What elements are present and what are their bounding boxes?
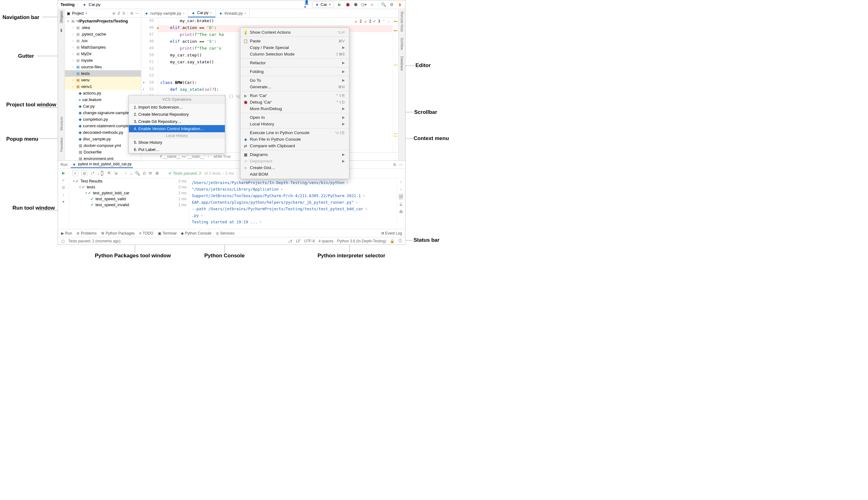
wrap-icon[interactable]: ⏎ xyxy=(399,194,403,200)
breadcrumb-segment[interactable]: while True xyxy=(214,155,231,159)
print-icon[interactable]: 🖶 xyxy=(399,209,403,214)
breadcrumb-item[interactable]: Testing xyxy=(60,2,75,7)
context-menu-item[interactable]: Refactor▶ xyxy=(240,59,349,66)
test-tree-row[interactable]: ▾✔Test Results2 ms xyxy=(69,178,189,184)
inspections-widget[interactable]: ▲2 ▲2 ✔3 ⌃ ⌄ xyxy=(354,19,390,23)
editor-tab[interactable]: Car.py× xyxy=(188,9,216,18)
encoding[interactable]: UTF-8 xyxy=(304,239,315,243)
close-icon[interactable]: × xyxy=(244,12,246,15)
gear-icon[interactable]: ⚙ xyxy=(155,171,159,175)
stop-button[interactable]: ⊘ xyxy=(62,185,65,190)
console-line[interactable]: EAP.app/Contents/plugins/python/helpers/… xyxy=(192,199,394,206)
expander-icon[interactable]: › xyxy=(71,65,75,69)
history-button[interactable]: ⟳ xyxy=(149,171,152,175)
favorites-tool-button[interactable]: Favorites xyxy=(59,136,63,153)
rail-marker[interactable] xyxy=(393,65,397,66)
context-menu-item[interactable]: 💡Show Context Actions⌥⏎ xyxy=(240,29,349,36)
down-icon[interactable]: ⌄ xyxy=(387,19,390,23)
popup-item[interactable]: 2. Create Mercurial Repository xyxy=(129,111,225,118)
python-interpreter-selector[interactable]: Python 3.6 (In-Depth-Testing) xyxy=(337,239,386,243)
context-menu-item[interactable]: Local History▶ xyxy=(240,121,349,127)
edit-icon[interactable]: ✎ xyxy=(201,212,203,219)
expander-icon[interactable]: › xyxy=(71,26,75,29)
toggle-button[interactable]: ✓ xyxy=(62,178,65,182)
rail-warning-marker[interactable] xyxy=(393,21,397,22)
context-menu-item[interactable]: Add BOM xyxy=(240,171,349,178)
gutter-line-number[interactable]: 52 xyxy=(141,66,158,73)
run-button[interactable]: ▶ xyxy=(337,2,342,8)
user-icon[interactable]: 👤▾ xyxy=(304,2,310,8)
console-line[interactable]: /Users/jetbrains/PycharmProjects/In-Dept… xyxy=(192,179,394,186)
expander-icon[interactable]: › xyxy=(71,72,75,75)
hide-icon[interactable]: — xyxy=(399,162,403,167)
tree-row[interactable]: ›▣.idea xyxy=(65,24,141,31)
test-tree-row[interactable]: ▾✔tests2 ms xyxy=(69,184,189,190)
test-tree-row[interactable]: ✔test_speed_valid1 ms xyxy=(69,196,189,202)
indent[interactable]: 4 spaces xyxy=(318,239,333,243)
console-line[interactable]: Support/JetBrains/Toolbox/apps/PyCharm-P… xyxy=(192,192,394,199)
expander-icon[interactable]: › xyxy=(71,32,75,36)
project-tool-button[interactable]: Project xyxy=(59,10,63,23)
expander-icon[interactable]: ▾ xyxy=(84,191,88,195)
scroll-icon[interactable]: ⇊ xyxy=(399,202,403,207)
gutter-line-number[interactable]: 47 xyxy=(141,32,158,39)
up-icon[interactable]: ↑ xyxy=(400,179,402,184)
breadcrumb-item[interactable]: Car.py xyxy=(89,2,100,7)
expand-button[interactable]: ⇱ xyxy=(107,171,111,175)
edit-icon[interactable]: ✎ xyxy=(356,199,358,206)
jetbrains-icon[interactable]: ◗ xyxy=(397,2,403,8)
coverage-button[interactable]: ⬢ xyxy=(353,2,359,8)
expand-icon[interactable]: ⇵ xyxy=(117,11,121,15)
context-menu-item[interactable]: ◆Run File in Python Console xyxy=(240,136,349,143)
expander-icon[interactable]: › xyxy=(71,59,75,62)
memory-icon[interactable]: ⓘ xyxy=(398,238,402,243)
editor-tab[interactable]: threads.py× xyxy=(216,9,250,18)
context-menu-item[interactable]: More Run/Debug▶ xyxy=(240,105,349,112)
gutter-line-number[interactable]: 53 xyxy=(141,73,158,80)
gutter-line-number[interactable]: 48 xyxy=(141,39,158,46)
right-stripe-button[interactable]: Remote Host xyxy=(400,11,404,32)
collapse-icon[interactable]: ⇅ xyxy=(122,11,125,15)
edit-icon[interactable]: ✎ xyxy=(260,219,262,225)
test-tree[interactable]: ▾✔Test Results2 ms▾✔tests2 ms▾✔test_pyte… xyxy=(69,178,189,229)
tree-row[interactable]: ›▣source-files xyxy=(65,64,141,70)
console-line[interactable]: "/Users/jetbrains/Library/Application✎ xyxy=(192,186,394,192)
tree-row[interactable]: ›▣venv1 xyxy=(65,83,141,90)
expander-icon[interactable]: ▾ xyxy=(72,179,76,183)
popup-item[interactable]: 4. Enable Version Control Integration… xyxy=(129,125,225,132)
prev-button[interactable]: ↑ xyxy=(125,171,127,175)
editor-scrollbar[interactable] xyxy=(392,18,398,152)
tree-row[interactable]: ›▣MyDir xyxy=(65,50,141,57)
lock-icon[interactable]: 🔒 xyxy=(390,239,395,243)
console-line[interactable]: Testing started at 19:19 ...✎ xyxy=(192,219,394,225)
bottom-tool-button[interactable]: ⚙Python Packages xyxy=(101,231,135,236)
bottom-tool-button[interactable]: ≡TODO xyxy=(139,231,153,236)
popup-item[interactable]: 1. Import into Subversion… xyxy=(129,104,225,111)
console-output[interactable]: /Users/jetbrains/PycharmProjects/In-Dept… xyxy=(189,178,397,229)
tree-row[interactable]: ›▣tests xyxy=(65,70,141,77)
test-tree-row[interactable]: ✔test_speed_invalid1 ms xyxy=(69,202,189,208)
search-button[interactable]: 🔍 xyxy=(381,2,386,8)
context-menu-item[interactable]: ⇄Compare with Clipboard xyxy=(240,143,349,149)
tree-row[interactable]: ▦environment.yml xyxy=(65,155,141,160)
show-passed-button[interactable]: ✓ xyxy=(72,170,78,176)
expander-icon[interactable]: ▾ xyxy=(78,185,82,189)
context-menu-item[interactable]: Copy / Paste Special▶ xyxy=(240,44,349,51)
tree-row[interactable]: ›▣.pytest_cache xyxy=(65,31,141,37)
search-button[interactable]: 🔍 xyxy=(135,171,140,175)
context-menu-item[interactable]: Folding▶ xyxy=(240,68,349,75)
context-menu-item[interactable]: Execute Line in Python Console⌥⇧E xyxy=(240,129,349,136)
editor-context-menu[interactable]: 💡Show Context Actions⌥⏎📋Paste⌘VCopy / Pa… xyxy=(240,27,349,179)
gutter-line-number[interactable]: 50 xyxy=(141,53,158,59)
context-menu-item[interactable]: ○Create Gist… xyxy=(240,164,349,171)
popup-item[interactable]: 6. Put Label… xyxy=(129,146,225,153)
vcs-popup-menu[interactable]: VCS Operations 1. Import into Subversion… xyxy=(128,95,225,154)
next-button[interactable]: ↓ xyxy=(130,171,132,175)
expander-icon[interactable]: › xyxy=(71,39,75,43)
git-icon[interactable]: ⎇ xyxy=(288,239,292,243)
bookmark-icon[interactable]: ▮ xyxy=(60,28,62,32)
bottom-tool-button[interactable]: ▣Terminal xyxy=(158,231,176,236)
hide-icon[interactable]: — xyxy=(135,11,139,15)
close-icon[interactable]: × xyxy=(210,11,212,15)
context-menu-item[interactable]: Column Selection Mode⇧⌘8 xyxy=(240,51,349,57)
